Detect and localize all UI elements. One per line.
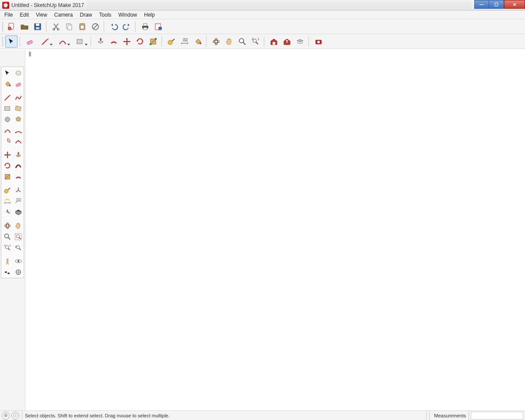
undo-button[interactable] <box>108 21 120 33</box>
warehouse-get-button[interactable] <box>268 35 280 48</box>
credits-icon[interactable]: ⓘ <box>11 412 19 420</box>
line-tool-button[interactable] <box>2 92 13 103</box>
rotate-tool-button[interactable] <box>2 160 13 171</box>
svg-rect-16 <box>144 24 147 26</box>
orbit-tool-button[interactable] <box>210 35 222 48</box>
svg-point-51 <box>6 223 8 228</box>
previous-view-button[interactable] <box>13 242 24 253</box>
print-button[interactable] <box>139 21 151 33</box>
svg-point-61 <box>7 272 10 274</box>
line-tool-button[interactable] <box>37 35 53 48</box>
follow-me-tool-button[interactable] <box>13 160 24 171</box>
menu-camera[interactable]: Camera <box>51 11 77 18</box>
scale-tool-button[interactable] <box>2 171 13 182</box>
statusbar: ⦿ ⓘ Select objects. Shift to extend sele… <box>0 410 525 420</box>
move-tool-button[interactable] <box>121 35 133 48</box>
shape-tool-button[interactable] <box>72 35 88 48</box>
cut-button[interactable] <box>50 21 62 33</box>
circle-tool-button[interactable] <box>2 114 13 125</box>
svg-rect-21 <box>27 40 32 45</box>
tape-measure-tool-button[interactable] <box>2 185 13 196</box>
paint-bucket-tool-button[interactable] <box>2 78 13 89</box>
svg-point-30 <box>213 40 219 43</box>
warehouse-share-button[interactable] <box>281 35 293 48</box>
toolbar-grip[interactable] <box>2 36 4 47</box>
status-hint: Select objects. Shift to extend select. … <box>25 413 170 418</box>
svg-point-37 <box>9 84 10 86</box>
open-file-button[interactable] <box>18 21 31 33</box>
paste-button[interactable] <box>76 21 88 33</box>
two-point-arc-tool-button[interactable] <box>13 125 24 136</box>
maximize-button[interactable]: ☐ <box>489 0 504 9</box>
arc-tool-button[interactable] <box>54 35 71 48</box>
svg-rect-34 <box>273 42 275 45</box>
zoom-extents-tool-button[interactable] <box>249 35 262 48</box>
arc-tool-button[interactable] <box>2 125 13 136</box>
scale-tool-button[interactable] <box>147 35 159 48</box>
model-info-button[interactable]: i <box>152 21 164 33</box>
paint-bucket-tool-button[interactable] <box>192 35 204 48</box>
toolbar-grip[interactable] <box>2 21 4 32</box>
polygon-tool-button[interactable] <box>13 114 24 125</box>
menu-file[interactable]: File <box>1 11 16 18</box>
menu-tools[interactable]: Tools <box>96 11 115 18</box>
zoom-tool-button[interactable] <box>236 35 248 48</box>
eraser-tool-button[interactable] <box>24 35 36 48</box>
section-plane-tool-button[interactable] <box>13 206 24 217</box>
orbit-tool-button[interactable] <box>2 220 13 231</box>
new-file-button[interactable]: + <box>5 21 18 33</box>
select-tool-button[interactable] <box>2 67 13 78</box>
separator <box>20 36 22 47</box>
separator <box>426 412 427 420</box>
save-file-button[interactable] <box>32 21 44 33</box>
menu-window[interactable]: Window <box>115 11 141 18</box>
menu-draw[interactable]: Draw <box>77 11 96 18</box>
eraser-tool-button[interactable] <box>13 78 24 89</box>
push-pull-tool-button[interactable] <box>13 149 24 160</box>
menu-help[interactable]: Help <box>140 11 158 18</box>
zoom-window-tool-button[interactable] <box>13 231 24 242</box>
layers-button[interactable] <box>294 35 306 48</box>
pan-tool-button[interactable] <box>13 220 24 231</box>
protractor-tool-button[interactable] <box>2 206 13 217</box>
dimension-tool-button[interactable]: A1 <box>178 35 191 48</box>
pan-tool-button[interactable] <box>223 35 235 48</box>
svg-text:A1: A1 <box>18 199 20 201</box>
position-camera-tool-button[interactable] <box>2 256 13 266</box>
separator <box>104 21 106 32</box>
freehand-tool-button[interactable] <box>13 92 24 103</box>
geo-location-icon[interactable]: ⦿ <box>2 412 10 420</box>
zoom-extents-tool-button[interactable] <box>2 242 13 253</box>
extension-warehouse-button[interactable] <box>312 35 325 48</box>
svg-point-29 <box>200 42 201 44</box>
text-tool-button[interactable]: A1 <box>13 196 24 206</box>
make-component-button[interactable] <box>13 67 24 78</box>
move-tool-button[interactable] <box>2 149 13 160</box>
measurements-input[interactable] <box>471 412 523 420</box>
look-around-tool-button[interactable] <box>13 256 24 266</box>
model-viewport[interactable] <box>25 50 525 410</box>
offset-tool-button[interactable] <box>108 35 120 48</box>
svg-point-59 <box>17 260 19 262</box>
three-point-arc-tool-button[interactable] <box>13 136 24 147</box>
push-pull-tool-button[interactable] <box>94 35 107 48</box>
close-button[interactable]: ✕ <box>504 0 525 9</box>
walk-tool-button[interactable] <box>2 266 13 277</box>
axes-tool-button[interactable] <box>13 185 24 196</box>
section-cuts-button[interactable] <box>13 266 24 277</box>
pie-tool-button[interactable] <box>2 136 13 147</box>
dimension-tool-button[interactable] <box>2 196 13 206</box>
delete-button[interactable] <box>89 21 102 33</box>
tape-measure-tool-button[interactable] <box>165 35 178 48</box>
select-tool-button[interactable] <box>5 35 18 48</box>
copy-button[interactable] <box>63 21 75 33</box>
minimize-button[interactable]: — <box>474 0 489 9</box>
offset-tool-button[interactable] <box>13 171 24 182</box>
redo-button[interactable] <box>121 21 133 33</box>
menu-edit[interactable]: Edit <box>16 11 32 18</box>
rectangle-tool-button[interactable] <box>2 103 13 114</box>
zoom-tool-button[interactable] <box>2 231 13 242</box>
rotated-rectangle-tool-button[interactable] <box>13 103 24 114</box>
rotate-tool-button[interactable] <box>134 35 146 48</box>
menu-view[interactable]: View <box>32 11 51 18</box>
